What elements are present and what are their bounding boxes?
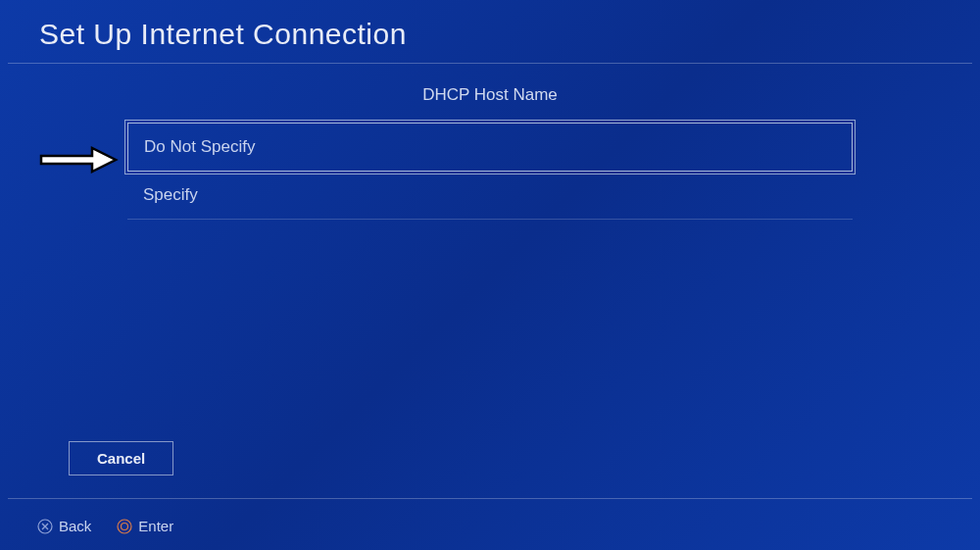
option-label: Specify [143,185,198,204]
cross-icon [37,519,53,534]
footer-enter-hint: Enter [117,518,173,534]
footer-hints: Back Enter [37,518,173,534]
options-list: Do Not Specify Specify [0,123,980,220]
footer-enter-label: Enter [138,518,173,534]
footer-back-label: Back [59,518,91,534]
svg-point-1 [118,520,131,533]
option-specify[interactable]: Specify [127,172,853,220]
option-label: Do Not Specify [144,137,255,156]
section-title: DHCP Host Name [0,64,980,123]
circle-icon [117,519,132,534]
cancel-button[interactable]: Cancel [69,441,173,475]
svg-point-2 [122,523,128,529]
option-do-not-specify[interactable]: Do Not Specify [127,123,853,172]
page-title: Set Up Internet Connection [39,18,941,51]
footer-divider [8,498,972,499]
footer-back-hint: Back [37,518,91,534]
